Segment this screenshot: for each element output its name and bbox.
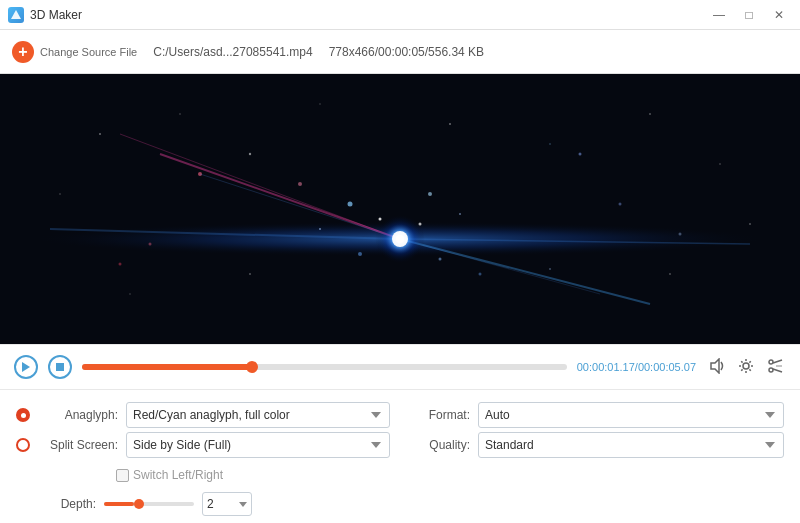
svg-point-37: [619, 203, 622, 206]
change-source-label: Change Source File: [40, 46, 137, 58]
svg-line-49: [773, 360, 782, 363]
svg-point-5: [319, 103, 320, 104]
svg-marker-43: [22, 362, 30, 372]
switch-lr-checkbox[interactable]: [116, 469, 129, 482]
format-select[interactable]: Auto MP4: [478, 402, 784, 428]
svg-rect-1: [0, 74, 800, 344]
quality-row: Quality: Standard High: [410, 430, 784, 460]
svg-point-48: [769, 368, 773, 372]
depth-row: Depth: 2 3 4: [16, 490, 390, 518]
switch-lr-checkbox-container: Switch Left/Right: [116, 468, 223, 482]
file-name: C:/Users/asd...27085541.mp4: [153, 45, 312, 59]
anaglyph-row: Anaglyph: Red/Cyan anaglyph, full color …: [16, 400, 390, 430]
quality-select[interactable]: Standard High: [478, 432, 784, 458]
svg-point-33: [479, 273, 482, 276]
svg-point-8: [649, 113, 651, 115]
change-source-button[interactable]: + Change Source File: [12, 41, 137, 63]
svg-point-46: [743, 363, 749, 369]
title-bar-controls: — □ ✕: [706, 5, 792, 25]
depth-slider-handle[interactable]: [134, 499, 144, 509]
svg-point-47: [769, 360, 773, 364]
play-button[interactable]: [14, 355, 38, 379]
svg-point-28: [379, 218, 382, 221]
switch-lr-row: Switch Left/Right: [16, 460, 390, 490]
progress-fill: [82, 364, 252, 370]
svg-point-10: [59, 193, 61, 195]
right-options: Format: Auto MP4 Quality: Standard High: [410, 400, 784, 518]
svg-point-16: [119, 263, 122, 266]
svg-point-35: [459, 213, 461, 215]
options-panel: Anaglyph: Red/Cyan anaglyph, full color …: [0, 390, 800, 523]
split-screen-radio[interactable]: [16, 438, 30, 452]
svg-point-9: [719, 163, 720, 164]
depth-label: Depth:: [16, 497, 96, 511]
svg-point-6: [449, 123, 451, 125]
depth-slider-container: [104, 502, 194, 506]
radio-inner: [21, 413, 26, 418]
svg-marker-0: [11, 10, 21, 19]
svg-marker-45: [711, 359, 719, 373]
app-icon: [8, 7, 24, 23]
title-bar: 3D Maker — □ ✕: [0, 0, 800, 30]
source-label: Change Source File: [40, 46, 137, 58]
svg-point-30: [358, 252, 362, 256]
file-info: 778x466/00:00:05/556.34 KB: [329, 45, 484, 59]
close-button[interactable]: ✕: [766, 5, 792, 25]
svg-line-50: [773, 369, 782, 372]
svg-point-12: [129, 293, 130, 294]
time-display: 00:00:01.17/00:00:05.07: [577, 361, 696, 373]
volume-icon[interactable]: [706, 356, 726, 379]
svg-point-31: [439, 258, 442, 261]
title-bar-left: 3D Maker: [8, 7, 82, 23]
svg-rect-44: [56, 363, 64, 371]
stop-button[interactable]: [48, 355, 72, 379]
maximize-button[interactable]: □: [736, 5, 762, 25]
svg-point-26: [348, 202, 353, 207]
controls-bar: 00:00:01.17/00:00:05.07: [0, 344, 800, 390]
depth-slider-track[interactable]: [104, 502, 194, 506]
minimize-button[interactable]: —: [706, 5, 732, 25]
svg-point-11: [749, 223, 751, 225]
svg-point-2: [99, 133, 101, 135]
video-area: [0, 74, 800, 344]
toolbar: + Change Source File C:/Users/asd...2708…: [0, 30, 800, 74]
svg-point-15: [579, 153, 582, 156]
svg-point-13: [669, 273, 671, 275]
split-screen-label: Split Screen:: [38, 438, 118, 452]
options-grid: Anaglyph: Red/Cyan anaglyph, full color …: [16, 400, 784, 518]
format-row: Format: Auto MP4: [410, 400, 784, 430]
anaglyph-radio[interactable]: [16, 408, 30, 422]
depth-value-select[interactable]: 2 3 4: [202, 492, 252, 516]
split-screen-row: Split Screen: Side by Side (Full) Side b…: [16, 430, 390, 460]
svg-point-7: [549, 143, 551, 145]
plus-icon: +: [12, 41, 34, 63]
switch-lr-label: Switch Left/Right: [133, 468, 223, 482]
depth-slider-fill: [104, 502, 134, 506]
scissors-icon[interactable]: [766, 356, 786, 379]
svg-point-39: [549, 268, 551, 270]
svg-point-32: [298, 182, 302, 186]
left-options: Anaglyph: Red/Cyan anaglyph, full color …: [16, 400, 390, 518]
svg-point-38: [249, 273, 251, 275]
svg-point-27: [428, 192, 432, 196]
svg-point-3: [179, 113, 181, 115]
svg-point-4: [249, 153, 251, 155]
anaglyph-label: Anaglyph:: [38, 408, 118, 422]
format-label: Format:: [410, 408, 470, 422]
anaglyph-select[interactable]: Red/Cyan anaglyph, full color Red/Cyan a…: [126, 402, 390, 428]
app-title: 3D Maker: [30, 8, 82, 22]
svg-point-34: [319, 228, 321, 230]
svg-point-42: [396, 235, 404, 243]
progress-handle[interactable]: [246, 361, 258, 373]
svg-point-36: [149, 243, 152, 246]
video-preview: [0, 74, 800, 344]
split-screen-select[interactable]: Side by Side (Full) Side by Side (Half): [126, 432, 390, 458]
progress-bar[interactable]: [82, 364, 567, 370]
quality-label: Quality:: [410, 438, 470, 452]
settings-icon[interactable]: [736, 356, 756, 379]
